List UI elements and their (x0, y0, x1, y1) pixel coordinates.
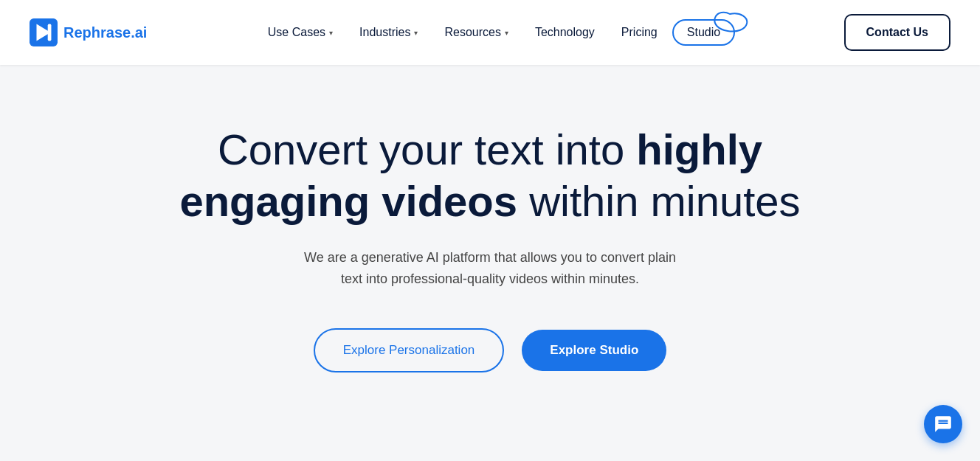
contact-button[interactable]: Contact Us (844, 14, 950, 51)
nav-right: Contact Us (844, 14, 950, 51)
svg-rect-2 (48, 24, 52, 41)
nav-use-cases[interactable]: Use Cases ▾ (256, 20, 345, 45)
hero-subtitle: We are a generative AI platform that all… (298, 247, 682, 290)
logo-text: Rephrase.ai (63, 24, 147, 41)
logo-link[interactable]: Rephrase.ai (30, 18, 147, 46)
hero-section: Convert your text into highly engaging v… (0, 65, 980, 417)
chevron-down-icon: ▾ (414, 29, 418, 37)
nav-technology[interactable]: Technology (523, 20, 607, 45)
chat-bubble-button[interactable] (924, 405, 962, 443)
nav-industries[interactable]: Industries ▾ (348, 20, 429, 45)
explore-studio-button[interactable]: Explore Studio (522, 330, 666, 371)
nav-resources[interactable]: Resources ▾ (432, 20, 520, 45)
hero-title: Convert your text into highly engaging v… (158, 124, 822, 226)
explore-personalization-button[interactable]: Explore Personalization (314, 328, 505, 372)
navbar: Rephrase.ai Use Cases ▾ Industries ▾ Res… (0, 0, 980, 65)
logo-icon (30, 18, 58, 46)
chevron-down-icon: ▾ (329, 29, 333, 37)
chat-icon (934, 415, 953, 434)
nav-links: Use Cases ▾ Industries ▾ Resources ▾ Tec… (256, 19, 735, 46)
hero-buttons: Explore Personalization Explore Studio (314, 328, 667, 372)
nav-studio[interactable]: Studio (672, 19, 735, 46)
nav-pricing[interactable]: Pricing (610, 20, 669, 45)
chevron-down-icon: ▾ (505, 29, 508, 37)
